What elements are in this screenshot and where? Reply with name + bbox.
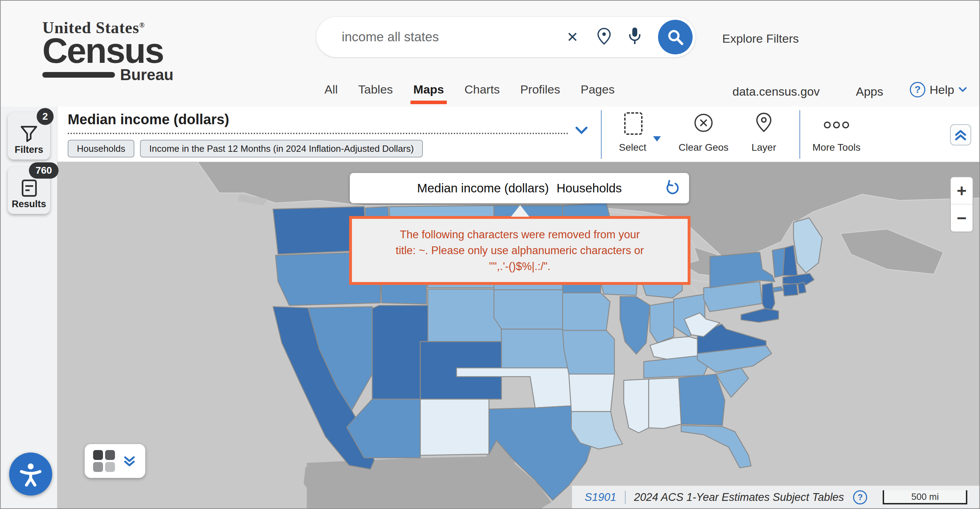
warning-line: title: ~. Please only use alphanumeric c…: [363, 243, 677, 258]
tab-charts[interactable]: Charts: [465, 83, 500, 99]
document-icon: [19, 178, 39, 198]
state-wy[interactable]: [428, 289, 501, 342]
search-bar[interactable]: income all states ✕: [316, 17, 695, 57]
results-label: Results: [12, 199, 46, 210]
magnifier-icon: [666, 28, 684, 46]
tab-all[interactable]: All: [325, 83, 338, 99]
help-label: Help: [929, 83, 954, 97]
attribution-source: 2024 ACS 1-Year Estimates Subject Tables: [634, 491, 844, 504]
attribution-divider: [625, 491, 625, 504]
clear-search-icon[interactable]: ✕: [566, 29, 578, 45]
title-dotted-underline: [68, 133, 568, 134]
clear-geos-label[interactable]: Clear Geos: [670, 142, 737, 153]
accessibility-person-icon: [18, 461, 43, 487]
state-ar[interactable]: [569, 374, 614, 412]
chip-income-12-months[interactable]: Income in the Past 12 Months (in 2024 In…: [140, 140, 423, 158]
select-tool-label[interactable]: Select: [611, 142, 654, 153]
map-title-bar: Median income (dollars) Households Incom…: [57, 107, 980, 162]
result-type-tabs: All Tables Maps Charts Profiles Pages: [325, 83, 615, 99]
tab-profiles[interactable]: Profiles: [520, 83, 560, 99]
select-dropdown-icon[interactable]: [653, 136, 661, 142]
tab-maps[interactable]: Maps: [413, 83, 444, 99]
double-chevron-down-icon[interactable]: [122, 453, 137, 468]
tab-tables[interactable]: Tables: [358, 83, 393, 99]
site-link[interactable]: data.census.gov: [732, 85, 820, 99]
double-chevron-up-icon: [953, 127, 968, 143]
page-title: Median income (dollars): [68, 112, 229, 128]
layer-tool-label[interactable]: Layer: [743, 142, 785, 153]
state-ri[interactable]: [798, 282, 806, 294]
clear-geos-icon[interactable]: [694, 113, 713, 134]
filters-label: Filters: [14, 144, 43, 155]
chip-households[interactable]: Households: [68, 140, 134, 158]
basemap-grid-icon[interactable]: [93, 450, 115, 472]
search-button[interactable]: [658, 20, 693, 54]
census-maps-app: United States® Census Bureau income all …: [0, 0, 980, 509]
select-tool-icon[interactable]: [624, 112, 643, 135]
title-warning-tooltip: The following characters were removed fr…: [349, 216, 690, 285]
basemap-selector[interactable]: [84, 444, 145, 478]
more-tools-icon[interactable]: [823, 121, 850, 131]
microphone-icon[interactable]: [627, 27, 643, 48]
registered-mark: ®: [139, 21, 145, 29]
map-zoom-control: + −: [950, 177, 973, 232]
layer-tool-icon[interactable]: [756, 112, 772, 134]
overlay-subtitle: Households: [557, 181, 622, 195]
tab-pages[interactable]: Pages: [581, 83, 615, 99]
state-nm[interactable]: [420, 399, 489, 455]
results-count-badge: 760: [29, 163, 59, 179]
apps-link[interactable]: Apps: [856, 85, 883, 99]
map-scale-bar: 500 mi: [883, 490, 967, 504]
title-chevron-down-icon[interactable]: [575, 126, 588, 136]
state-al[interactable]: [649, 378, 681, 428]
map-title-overlay[interactable]: Median income (dollars) Households: [350, 173, 689, 203]
chevron-down-icon: [958, 87, 967, 93]
logo-sub-text: Bureau: [120, 66, 173, 84]
state-mo[interactable]: [562, 330, 614, 374]
logo-bar: [42, 72, 115, 78]
table-id-link[interactable]: S1901: [585, 491, 616, 504]
logo-main-text: Census: [42, 35, 173, 66]
explore-filters-link[interactable]: Explore Filters: [722, 32, 799, 46]
zoom-in-button[interactable]: +: [951, 177, 973, 204]
toolbar-divider: [799, 110, 800, 159]
map-attribution-bar: S1901 2024 ACS 1-Year Estimates Subject …: [572, 486, 980, 509]
attribution-help-icon[interactable]: ?: [853, 490, 867, 504]
zoom-out-button[interactable]: −: [951, 204, 973, 231]
help-menu[interactable]: ? Help: [910, 82, 967, 97]
warning-line: "",.'-()$%|.:/".: [363, 258, 677, 274]
help-icon: ?: [910, 82, 925, 97]
state-ct[interactable]: [783, 284, 798, 296]
filters-count-badge: 2: [37, 108, 54, 125]
state-ga[interactable]: [679, 374, 725, 425]
collapse-toolbar-button[interactable]: [950, 124, 971, 145]
undo-icon[interactable]: [664, 180, 680, 199]
accessibility-button[interactable]: [9, 453, 52, 496]
search-input[interactable]: income all states: [342, 30, 566, 45]
location-pin-icon[interactable]: [597, 27, 611, 46]
state-ut[interactable]: [372, 305, 428, 399]
state-ia[interactable]: [562, 293, 610, 330]
state-in[interactable]: [650, 302, 673, 343]
more-tools-label[interactable]: More Tools: [801, 142, 872, 153]
warning-line: The following characters were removed fr…: [363, 227, 677, 243]
funnel-icon: [19, 124, 39, 144]
toolbar-divider: [601, 110, 601, 159]
overlay-title: Median income (dollars): [417, 181, 549, 195]
census-bureau-logo[interactable]: United States® Census Bureau: [42, 18, 173, 84]
warning-tooltip-arrow: [511, 205, 529, 217]
